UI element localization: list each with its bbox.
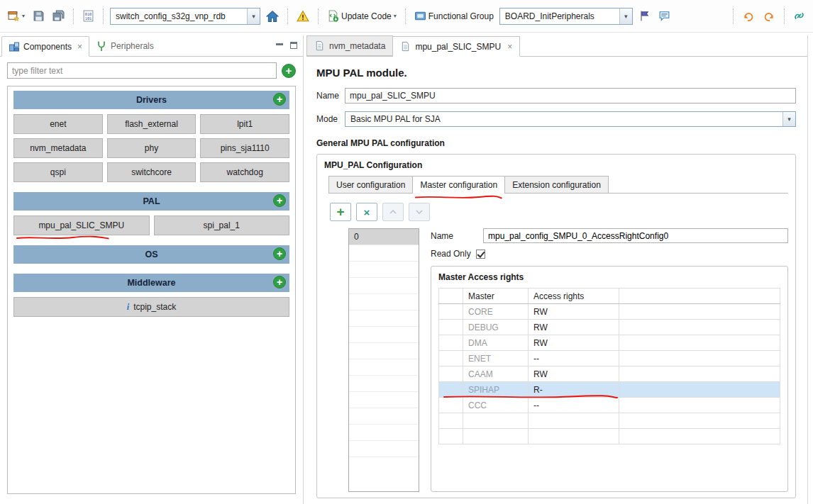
- component-phy[interactable]: phy: [107, 138, 197, 158]
- list-item[interactable]: [349, 327, 419, 343]
- module-name-input[interactable]: [345, 88, 796, 103]
- access-config-name-input[interactable]: [483, 228, 788, 243]
- table-row[interactable]: ENET--: [439, 351, 780, 366]
- section-header-middleware: Middleware +: [13, 274, 289, 292]
- chevron-up-icon: [389, 210, 397, 214]
- list-item[interactable]: [349, 294, 419, 310]
- close-icon[interactable]: ×: [507, 42, 512, 52]
- rights-cell[interactable]: RW: [529, 335, 619, 351]
- config-select[interactable]: switch_config_s32g_vnp_rdb ▾: [110, 8, 260, 25]
- filter-input[interactable]: [7, 62, 277, 79]
- master-access-rights-group: Master Access rights Master Access right…: [431, 266, 788, 492]
- list-item[interactable]: [349, 376, 419, 392]
- tab-extension-configuration[interactable]: Extension configuration: [504, 176, 609, 193]
- chevron-down-icon[interactable]: ▾: [394, 13, 397, 19]
- rights-cell[interactable]: RW: [529, 366, 619, 382]
- component-qspi[interactable]: qspi: [13, 162, 103, 182]
- list-item[interactable]: [349, 245, 419, 262]
- component-spi_pal_1[interactable]: spi_pal_1: [154, 215, 290, 235]
- add-driver-button[interactable]: +: [273, 93, 286, 106]
- list-item[interactable]: [349, 262, 419, 278]
- functional-group-select[interactable]: BOARD_InitPeripherals ▾: [499, 8, 633, 25]
- table-row-selected[interactable]: SPIHAP R-: [439, 382, 780, 398]
- move-down-button[interactable]: [409, 203, 430, 221]
- components-body: + Drivers + enet flash_external lpit1 nv…: [0, 57, 303, 504]
- list-item[interactable]: [349, 310, 419, 327]
- readonly-checkbox[interactable]: [476, 250, 485, 259]
- table-row[interactable]: CORERW: [439, 304, 780, 320]
- delete-row-button[interactable]: ×: [356, 203, 377, 221]
- view-tabbar: Components × Peripherals: [0, 35, 303, 57]
- maximize-icon[interactable]: [290, 42, 297, 49]
- chevron-down-icon[interactable]: ▾: [619, 9, 632, 24]
- master-cell: ENET: [463, 351, 529, 366]
- editor-tab-label: mpu_pal_SLIC_SMPU: [415, 42, 501, 52]
- component-flash_external[interactable]: flash_external: [107, 114, 197, 134]
- move-up-button[interactable]: [382, 203, 404, 221]
- tab-master-configuration[interactable]: Master configuration: [412, 176, 505, 194]
- config-detail: Name Read Only Master Access rights: [431, 228, 788, 492]
- table-row[interactable]: DMARW: [439, 335, 780, 351]
- warnings-button[interactable]: [294, 9, 311, 24]
- component-enet[interactable]: enet: [13, 114, 103, 134]
- table-row-empty: [439, 413, 780, 429]
- add-row-button[interactable]: +: [330, 203, 351, 221]
- chevron-down-icon[interactable]: ▾: [782, 112, 795, 126]
- chevron-down-icon: [416, 210, 423, 214]
- tab-nvm_metadata[interactable]: nvm_metadata: [306, 35, 393, 56]
- component-tcpip_stack[interactable]: i tcpip_stack: [13, 297, 289, 317]
- tab-peripherals[interactable]: Peripherals: [89, 35, 160, 56]
- tab-user-configuration[interactable]: User configuration: [328, 176, 413, 193]
- table-row[interactable]: CCC--: [439, 398, 780, 413]
- list-item[interactable]: [349, 359, 419, 376]
- comments-button[interactable]: [656, 9, 673, 23]
- close-icon[interactable]: ×: [77, 42, 82, 52]
- flag-button[interactable]: [636, 9, 653, 23]
- list-item[interactable]: [349, 408, 419, 425]
- rights-cell[interactable]: --: [529, 398, 619, 413]
- update-code-button[interactable]: Update Code ▾: [325, 9, 399, 23]
- new-config-button[interactable]: ▾: [6, 9, 27, 23]
- save-button[interactable]: [31, 9, 47, 23]
- component-pins_sja1110[interactable]: pins_sja1110: [200, 138, 289, 158]
- component-nvm_metadata[interactable]: nvm_metadata: [13, 138, 103, 158]
- add-component-button[interactable]: +: [282, 64, 296, 78]
- list-item[interactable]: [349, 425, 419, 441]
- add-pal-button[interactable]: +: [273, 194, 286, 207]
- home-button[interactable]: [264, 9, 281, 24]
- tab-components[interactable]: Components ×: [1, 36, 89, 57]
- component-switchcore[interactable]: switchcore: [107, 162, 197, 182]
- toolbar-separator: [103, 9, 104, 24]
- table-row[interactable]: CAAMRW: [439, 366, 780, 382]
- table-row[interactable]: DEBUGRW: [439, 320, 780, 335]
- rights-cell[interactable]: --: [529, 351, 619, 366]
- add-middleware-button[interactable]: +: [273, 276, 286, 289]
- component-watchdog[interactable]: watchdog: [200, 162, 289, 182]
- rights-cell[interactable]: RW: [529, 320, 619, 335]
- tab-mpu_pal_SLIC_SMPU[interactable]: mpu_pal_SLIC_SMPU ×: [393, 36, 520, 57]
- save-all-button[interactable]: [50, 9, 67, 23]
- component-mpu_pal_SLIC_SMPU[interactable]: mpu_pal_SLIC_SMPU: [13, 215, 150, 235]
- pin-button[interactable]: [791, 9, 807, 23]
- list-item[interactable]: [349, 278, 419, 294]
- chevron-down-icon[interactable]: ▾: [247, 9, 260, 24]
- list-item[interactable]: 0: [349, 229, 419, 245]
- add-os-button[interactable]: +: [273, 247, 286, 260]
- rights-cell[interactable]: R-: [529, 382, 619, 398]
- name-field-row: Name: [316, 88, 796, 103]
- detail-name-row: Name: [431, 228, 788, 243]
- section-middleware: Middleware + i tcpip_stack: [12, 274, 291, 317]
- rotate-left-button[interactable]: [740, 9, 757, 24]
- rotate-right-button[interactable]: [761, 9, 778, 24]
- minimize-icon[interactable]: [276, 41, 284, 49]
- mode-select[interactable]: Basic MPU PAL for SJA ▾: [345, 111, 796, 127]
- rotate-right-icon: [763, 10, 775, 23]
- component-lpit1[interactable]: lpit1: [200, 114, 289, 134]
- save-all-icon: [52, 10, 65, 22]
- toolbar-separator: [784, 9, 785, 24]
- list-item[interactable]: [349, 441, 419, 457]
- rights-cell[interactable]: RW: [529, 304, 619, 320]
- binary-tools-button[interactable]: 010101: [80, 9, 96, 23]
- list-item[interactable]: [349, 343, 419, 359]
- list-item[interactable]: [349, 392, 419, 408]
